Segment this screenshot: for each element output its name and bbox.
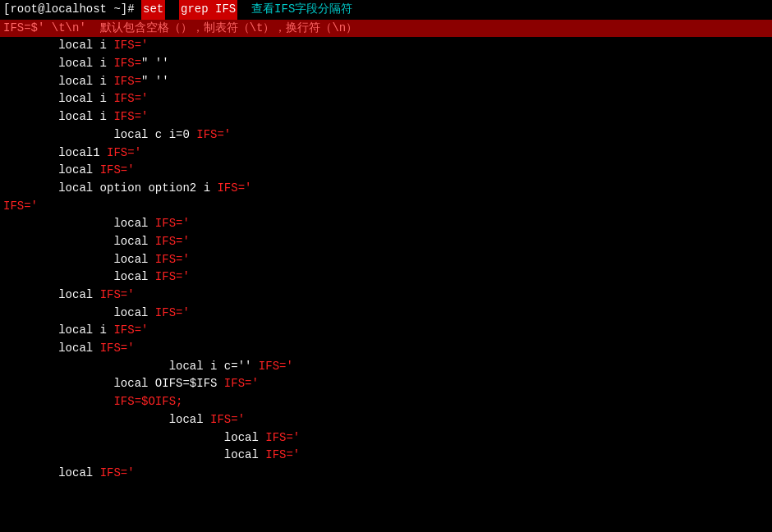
- code-line-8: local IFS=': [0, 162, 772, 180]
- code-line-23: local IFS=': [0, 429, 772, 447]
- code-line-25: local IFS=': [0, 465, 772, 483]
- code-line-15: local IFS=': [0, 287, 772, 305]
- code-line-22: local IFS=': [0, 411, 772, 429]
- prompt-line: [root@localhost ~]# set grep IFS 查看IFS字段…: [0, 0, 772, 20]
- code-line-19: local i c='' IFS=': [0, 358, 772, 376]
- code-line-12: local IFS=': [0, 233, 772, 251]
- code-line-5: local i IFS=': [0, 108, 772, 126]
- code-line-3: local i IFS=" '': [0, 73, 772, 91]
- code-line-21: IFS=$OIFS;: [0, 393, 772, 411]
- cmd-set: set: [141, 0, 165, 20]
- code-line-7: local1 IFS=': [0, 144, 772, 163]
- ifs-default-line: IFS=$' \t\n' 默认包含空格（），制表符（\t），换行符（\n）: [0, 20, 772, 38]
- code-line-4: local i IFS=': [0, 90, 772, 108]
- code-line-6: local c i=0 IFS=': [0, 126, 772, 144]
- code-line-1: local i IFS=': [0, 37, 772, 55]
- code-line-2: local i IFS=" '': [0, 55, 772, 73]
- comment: 查看IFS字段分隔符: [237, 1, 352, 19]
- code-line-9: local option option2 i IFS=': [0, 180, 772, 198]
- code-line-17: local i IFS=': [0, 322, 772, 340]
- cmd-grep: grep IFS: [179, 0, 237, 20]
- terminal: [root@localhost ~]# set grep IFS 查看IFS字段…: [0, 0, 772, 532]
- code-line-10: IFS=': [0, 198, 772, 216]
- ifs-default-comment: 默认包含空格（），制表符（\t），换行符（\n）: [100, 20, 358, 38]
- code-line-24: local IFS=': [0, 447, 772, 465]
- code-line-20: local OIFS=$IFS IFS=': [0, 375, 772, 393]
- ifs-default-value: IFS=$' \t\n': [3, 20, 100, 38]
- code-line-13: local IFS=': [0, 251, 772, 269]
- code-line-11: local IFS=': [0, 215, 772, 233]
- code-line-14: local IFS=': [0, 268, 772, 287]
- pipe: [165, 1, 179, 19]
- prompt: [root@localhost ~]#: [3, 1, 141, 19]
- code-line-18: local IFS=': [0, 340, 772, 358]
- code-line-16: local IFS=': [0, 305, 772, 323]
